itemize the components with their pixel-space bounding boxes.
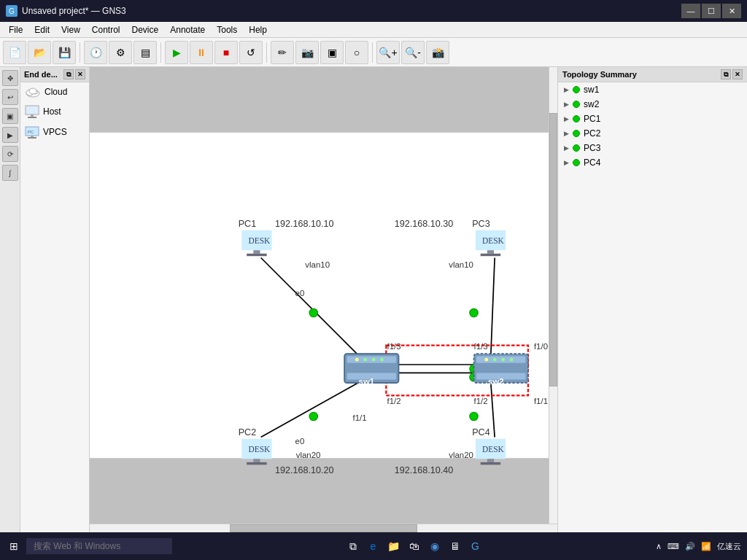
topo-item-pc4-label: PC4 <box>584 158 600 168</box>
vpcs-icon: PC <box>25 125 39 139</box>
taskbar-store-icon[interactable]: 🛍 <box>406 538 422 554</box>
history-button[interactable]: 🕐 <box>84 41 107 64</box>
horizontal-scroll-thumb[interactable] <box>230 524 417 532</box>
main-area: ✥ ↩ ▣ ▶ ⟳ ∫ End de... ⧉ ✕ Cloud <box>0 67 747 532</box>
start-all-button[interactable]: ▶ <box>165 41 188 64</box>
display-button[interactable]: ▣ <box>2 108 18 124</box>
connect-button[interactable]: ⟳ <box>2 146 18 162</box>
edit-node-button[interactable]: ✏ <box>271 41 294 64</box>
minimize-button[interactable]: — <box>681 4 700 18</box>
pc4-node[interactable] <box>474 438 508 467</box>
expand-arrow-sw1: ▶ <box>564 86 569 93</box>
taskbar-search-input[interactable] <box>26 538 172 554</box>
vlan20-pc2: vlan20 <box>296 451 321 459</box>
taskbar-edge-icon[interactable]: e <box>365 538 382 554</box>
status-dot-sw1 <box>573 86 580 93</box>
taskbar-folder-icon[interactable]: 📁 <box>386 538 402 554</box>
device-item-cloud[interactable]: Cloud <box>20 82 89 101</box>
open-button[interactable]: 📂 <box>28 41 51 64</box>
pc3-ip: 192.168.10.30 <box>395 219 453 229</box>
toolbar-sep-4 <box>372 42 373 63</box>
menu-file[interactable]: File <box>3 23 28 36</box>
screenshot-toolbar-button[interactable]: 📸 <box>426 41 449 64</box>
menu-view[interactable]: View <box>55 23 86 36</box>
pc2-label: PC2 <box>239 427 256 438</box>
close-button[interactable]: ✕ <box>722 4 741 18</box>
status-dot-pc3 <box>573 144 580 152</box>
taskbar-brand: 亿速云 <box>717 541 741 552</box>
svg-point-30 <box>355 358 359 362</box>
reload-button[interactable]: ↺ <box>239 41 263 64</box>
topo-item-pc1[interactable]: ▶ PC1 <box>558 112 747 126</box>
horizontal-scrollbar[interactable] <box>90 524 557 532</box>
topo-item-pc2[interactable]: ▶ PC2 <box>558 126 747 141</box>
pc1-label: PC1 <box>239 219 256 229</box>
taskbar-up-arrow: ∧ <box>656 542 662 551</box>
menu-annotate[interactable]: Annotate <box>164 23 211 36</box>
vlan20-pc4: vlan20 <box>449 451 473 459</box>
save-button[interactable]: 💾 <box>53 41 76 64</box>
taskbar-browser-icon[interactable]: ◉ <box>427 538 443 554</box>
suspend-all-button[interactable]: ⏸ <box>190 41 213 64</box>
status-dot-pc2 <box>573 130 580 137</box>
status-dot-pc1 <box>573 115 580 122</box>
console-all-button[interactable]: ▤ <box>133 41 157 64</box>
topo-item-pc3[interactable]: ▶ PC3 <box>558 141 747 155</box>
svg-point-39 <box>501 358 505 362</box>
sw2-f10: f1/0 <box>534 342 548 351</box>
taskbar-right: ∧ ⌨ 🔊 📶 亿速云 <box>656 541 741 552</box>
taskbar-task-view[interactable]: ⧉ <box>345 538 361 554</box>
svg-text:PC: PC <box>28 130 34 134</box>
start-button[interactable]: ⊞ <box>6 538 22 554</box>
preferences-button[interactable]: ⚙ <box>109 41 132 64</box>
device-host-label: Host <box>43 106 61 117</box>
svg-point-40 <box>510 358 514 362</box>
topology-canvas[interactable]: PC1 192.168.10.10 PC2 192.168.10.20 PC3 … <box>90 67 557 524</box>
pc3-node[interactable] <box>474 228 508 257</box>
menu-control[interactable]: Control <box>86 23 126 36</box>
snap-button[interactable]: ∫ <box>2 165 18 181</box>
menu-tools[interactable]: Tools <box>211 23 243 36</box>
vertical-scrollbar[interactable] <box>549 67 557 524</box>
snapshot-button[interactable]: 📷 <box>295 41 319 64</box>
zoom-in-button[interactable]: 🔍+ <box>376 41 400 64</box>
topo-item-pc4[interactable]: ▶ PC4 <box>558 155 747 170</box>
maximize-button[interactable]: ☐ <box>702 4 721 18</box>
svg-point-38 <box>493 358 497 362</box>
device-vpcs-label: VPCS <box>43 127 67 137</box>
taskbar-gns3-icon[interactable]: G <box>468 538 484 554</box>
vertical-scroll-thumb[interactable] <box>549 113 557 387</box>
stop-all-button[interactable]: ■ <box>214 41 238 64</box>
menu-help[interactable]: Help <box>243 23 273 36</box>
topo-panel-close-btn[interactable]: ✕ <box>732 69 743 79</box>
svg-rect-6 <box>28 117 36 118</box>
pc2-node[interactable] <box>240 438 274 467</box>
topo-item-sw1[interactable]: ▶ sw1 <box>558 82 747 97</box>
svg-rect-5 <box>31 114 34 117</box>
svg-rect-35 <box>476 365 526 371</box>
zoom-out-button[interactable]: 🔍- <box>401 41 425 64</box>
device-item-vpcs[interactable]: PC VPCS <box>20 122 89 142</box>
device-panel-close-button[interactable]: ✕ <box>75 69 85 79</box>
device-panel-float-button[interactable]: ⧉ <box>63 69 74 79</box>
pc1-node[interactable] <box>240 228 274 257</box>
pan-button[interactable]: ✥ <box>2 70 18 86</box>
sw2-f12: f1/2 <box>474 397 488 405</box>
topology-summary-header: Topology Summary ⧉ ✕ <box>558 67 747 82</box>
menu-edit[interactable]: Edit <box>28 23 55 36</box>
capture-button[interactable]: ▣ <box>320 41 344 64</box>
svg-rect-9 <box>28 137 36 139</box>
device-item-host[interactable]: Host <box>20 101 89 122</box>
menu-device[interactable]: Device <box>126 23 165 36</box>
svg-rect-8 <box>31 136 34 137</box>
expand-arrow-pc4: ▶ <box>564 159 569 166</box>
add-link-button[interactable]: ○ <box>345 41 368 64</box>
play-button[interactable]: ▶ <box>2 127 18 143</box>
svg-point-31 <box>363 358 367 362</box>
new-project-button[interactable]: 📄 <box>3 41 26 64</box>
topo-panel-float-btn[interactable]: ⧉ <box>721 69 731 79</box>
move-button[interactable]: ↩ <box>2 89 18 105</box>
expand-arrow-pc2: ▶ <box>564 130 569 137</box>
topo-item-sw2[interactable]: ▶ sw2 <box>558 97 747 112</box>
taskbar-app-icon[interactable]: 🖥 <box>447 538 463 554</box>
